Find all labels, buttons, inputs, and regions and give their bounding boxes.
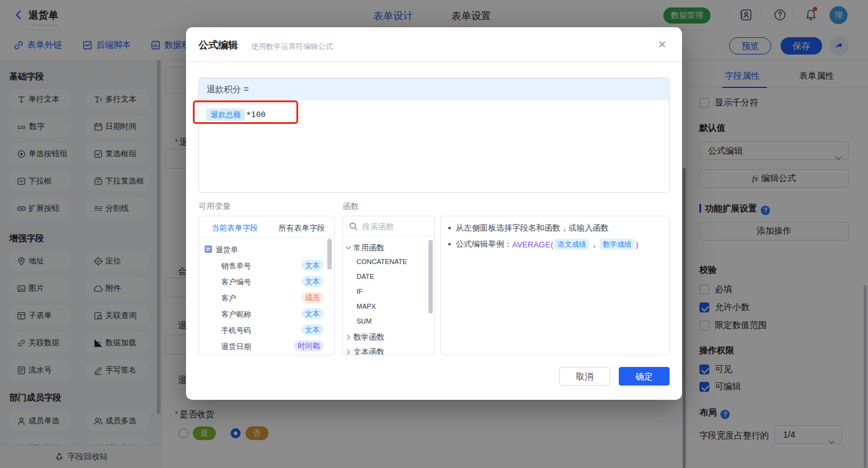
function-group-label: 常用函数	[353, 243, 384, 254]
variable-row[interactable]: 时间戳	[199, 354, 334, 355]
confirm-button[interactable]: 确定	[619, 367, 670, 386]
function-item[interactable]: IF	[343, 285, 434, 300]
chevron-right-icon	[345, 349, 352, 355]
functions-panel: 常用函数 CONCATENATE DATE IF MAPX SUM 数学函数 文…	[342, 216, 435, 355]
variable-type-tag: 时间戳	[294, 340, 324, 351]
form-node-label: 退货单	[216, 245, 238, 255]
variable-type-tag: 文本	[301, 324, 324, 335]
close-icon[interactable]: ×	[655, 38, 669, 51]
tip-line-2: 公式编辑举例：AVERAGE(语文成绩，数学成绩)	[448, 239, 639, 250]
function-item[interactable]: CONCATENATE	[343, 255, 434, 270]
variable-tabs: 当前表单字段 所有表单字段	[199, 216, 334, 238]
modal-header: 公式编辑 使用数学运算符编辑公式 ×	[186, 27, 682, 62]
function-item[interactable]: MAPX	[343, 300, 434, 315]
function-item[interactable]: SUM	[343, 315, 434, 330]
example-field-tag: 语文成绩	[554, 239, 589, 250]
variable-name: 手机号码	[221, 325, 251, 336]
variable-name: 客户昵称	[221, 309, 251, 320]
function-search-input[interactable]	[362, 220, 429, 232]
variables-scrollbar[interactable]	[327, 239, 332, 270]
search-icon	[349, 222, 358, 231]
example-function-close: )	[636, 240, 638, 249]
form-icon	[204, 245, 213, 254]
function-group-math[interactable]: 数学函数	[343, 330, 434, 345]
formula-editor: 退款积分 = 退款总额 *100	[198, 77, 670, 193]
variable-type-tag: 文本	[301, 276, 324, 287]
example-field-tag: 数学成绩	[600, 239, 634, 250]
tip-line-1: 从左侧面板选择字段名和函数，或输入函数	[448, 223, 609, 234]
variable-name: 退货日期	[221, 342, 251, 352]
variable-type-tag: 文本	[301, 308, 324, 319]
variable-row[interactable]: 退货日期 时间戳	[199, 338, 334, 354]
variable-name: 客户编号	[221, 277, 251, 288]
functions-label: 函数	[343, 201, 359, 212]
formula-target: 退款积分 =	[199, 78, 669, 100]
modal-title: 公式编辑	[198, 39, 238, 52]
example-function: AVERAGE(	[512, 240, 553, 249]
formula-edit-modal: 公式编辑 使用数学运算符编辑公式 × 退款积分 = 退款总额 *100 可用变量…	[186, 27, 682, 400]
function-search	[343, 216, 434, 237]
functions-scrollbar[interactable]	[428, 240, 433, 314]
variable-row[interactable]: 手机号码 文本	[199, 322, 334, 338]
variable-name: 客户	[221, 293, 236, 304]
tab-current-form-fields[interactable]: 当前表单字段	[211, 223, 258, 234]
variable-type-tag: 文本	[301, 260, 324, 271]
variable-row[interactable]: 客户昵称 文本	[199, 306, 334, 322]
bullet-icon	[448, 227, 451, 229]
function-group-text[interactable]: 文本函数	[343, 345, 434, 355]
variable-name: 销售单号	[221, 261, 251, 272]
app: 退货单 表单设计 表单设置 数据管理 理 表单外链 后端脚本 数据权限	[0, 0, 868, 468]
variable-row[interactable]: 客户编号 文本	[199, 273, 334, 289]
variable-row[interactable]: 客户 成员	[199, 289, 334, 306]
form-node-row[interactable]: 退货单	[199, 241, 334, 257]
formula-field-tag[interactable]: 退款总额	[206, 108, 245, 121]
tips-panel: 从左侧面板选择字段名和函数，或输入函数 公式编辑举例：AVERAGE(语文成绩，…	[440, 216, 670, 355]
formula-expression: *100	[246, 110, 265, 119]
function-group-label: 文本函数	[353, 347, 384, 355]
chevron-right-icon	[345, 334, 352, 340]
bullet-icon	[448, 243, 451, 245]
variable-type-tag: 成员	[301, 292, 324, 303]
function-group-common[interactable]: 常用函数	[343, 241, 434, 255]
cancel-button[interactable]: 取消	[559, 367, 610, 386]
function-item[interactable]: DATE	[343, 270, 434, 285]
modal-subtitle: 使用数学运算符编辑公式	[251, 42, 333, 52]
variables-label: 可用变量	[198, 201, 231, 212]
formula-input-area[interactable]: 退款总额 *100	[199, 100, 669, 192]
function-group-label: 数学函数	[353, 332, 384, 343]
variable-row[interactable]: 销售单号 文本	[199, 257, 334, 273]
variables-panel: 当前表单字段 所有表单字段 退货单 销售单号 文本 客户编号 文本 客户 成员 …	[198, 216, 335, 355]
chevron-down-icon	[345, 245, 352, 251]
tab-all-form-fields[interactable]: 所有表单字段	[278, 223, 325, 234]
